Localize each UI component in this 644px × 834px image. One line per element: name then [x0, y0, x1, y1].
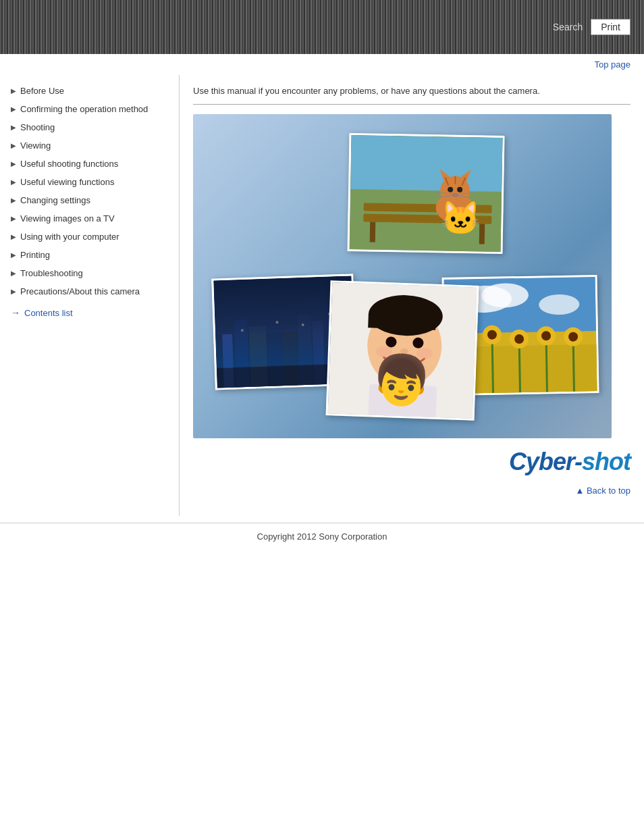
sidebar-item-label: Viewing	[20, 140, 51, 151]
arrow-icon: ▶	[11, 178, 16, 186]
print-button[interactable]: Print	[591, 19, 630, 35]
sidebar-item-confirming-operation[interactable]: ▶ Confirming the operation method	[0, 100, 179, 118]
search-button[interactable]: Search	[553, 22, 583, 32]
arrow-icon: ▶	[11, 160, 16, 167]
svg-rect-60	[368, 314, 436, 330]
sidebar-item-troubleshooting[interactable]: ▶ Troubleshooting	[0, 264, 179, 282]
contents-list-link[interactable]: Contents list	[24, 308, 73, 318]
arrow-icon: ▶	[11, 288, 16, 295]
sidebar-item-label: Confirming the operation method	[20, 104, 148, 114]
top-page-link[interactable]: Top page	[595, 59, 631, 70]
svg-rect-64	[368, 384, 437, 420]
svg-rect-63	[389, 357, 419, 368]
sidebar-item-viewing-tv[interactable]: ▶ Viewing images on a TV	[0, 209, 179, 228]
contents-list-link-container: → Contents list	[0, 301, 179, 322]
sidebar-item-label: Useful shooting functions	[20, 159, 118, 169]
sidebar-item-label: Printing	[20, 250, 50, 260]
hero-image	[193, 114, 612, 438]
svg-line-42	[492, 336, 493, 396]
sidebar-item-label: Troubleshooting	[20, 268, 83, 278]
arrow-icon: ▶	[11, 105, 16, 113]
sidebar-item-label: Viewing images on a TV	[20, 213, 115, 224]
sidebar-item-useful-viewing[interactable]: ▶ Useful viewing functions	[0, 173, 179, 191]
content-area: Use this manual if you encounter any pro…	[179, 75, 644, 516]
sidebar-item-label: Useful viewing functions	[20, 177, 114, 187]
arrow-icon: ▶	[11, 124, 16, 131]
svg-point-11	[302, 323, 304, 326]
arrow-icon: ▶	[11, 87, 16, 95]
arrow-icon: ▶	[11, 142, 16, 149]
arrow-icon: ▶	[11, 269, 16, 277]
footer: Copyright 2012 Sony Corporation	[0, 523, 644, 550]
main-layout: ▶ Before Use ▶ Confirming the operation …	[0, 75, 644, 516]
svg-line-44	[546, 337, 547, 396]
arrow-right-icon: →	[11, 307, 20, 318]
brand-name: Cyber-shot	[193, 438, 630, 483]
sidebar-item-label: Using with your computer	[20, 232, 119, 242]
content-description: Use this manual if you encounter any pro…	[193, 75, 630, 105]
back-to-top-link[interactable]: ▲ Back to top	[575, 486, 630, 496]
top-page-bar: Top page	[0, 54, 644, 75]
arrow-icon: ▶	[11, 197, 16, 204]
back-to-top: ▲ Back to top	[193, 483, 630, 502]
svg-point-9	[241, 329, 244, 332]
arrow-icon: ▶	[11, 233, 16, 240]
sidebar-item-printing[interactable]: ▶ Printing	[0, 246, 179, 264]
sidebar-item-label: Before Use	[20, 86, 64, 96]
site-header: Search Print	[0, 0, 644, 54]
footer-copyright: Copyright 2012 Sony Corporation	[257, 531, 387, 542]
sidebar-item-shooting[interactable]: ▶ Shooting	[0, 118, 179, 136]
sidebar-item-before-use[interactable]: ▶ Before Use	[0, 82, 179, 100]
svg-rect-20	[479, 224, 485, 244]
svg-line-45	[573, 338, 574, 396]
photo-child	[326, 280, 479, 421]
brand-shot: shot	[582, 448, 630, 475]
photo-cat	[347, 133, 504, 254]
svg-rect-19	[370, 222, 376, 242]
sidebar-item-changing-settings[interactable]: ▶ Changing settings	[0, 191, 179, 209]
sidebar-item-precautions[interactable]: ▶ Precautions/About this camera	[0, 282, 179, 301]
arrow-icon: ▶	[11, 251, 16, 259]
sidebar-item-label: Precautions/About this camera	[20, 286, 140, 296]
sidebar-item-label: Changing settings	[20, 195, 90, 205]
svg-line-43	[519, 340, 520, 396]
arrow-icon: ▶	[11, 215, 16, 222]
sidebar: ▶ Before Use ▶ Confirming the operation …	[0, 75, 179, 329]
sidebar-item-label: Shooting	[20, 122, 55, 132]
sidebar-item-viewing[interactable]: ▶ Viewing	[0, 136, 179, 155]
sidebar-item-using-computer[interactable]: ▶ Using with your computer	[0, 228, 179, 246]
brand-cyber: Cyber-	[509, 448, 582, 475]
sidebar-item-useful-shooting[interactable]: ▶ Useful shooting functions	[0, 155, 179, 173]
svg-rect-16	[350, 135, 504, 192]
